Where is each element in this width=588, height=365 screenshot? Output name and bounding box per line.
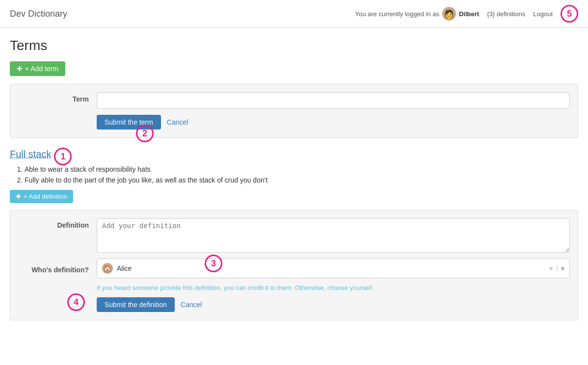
definitions-list: Able to wear a stack of responsibility h… <box>25 165 578 184</box>
definition-info-text: If you heard someone provide this defini… <box>97 284 570 291</box>
term-input[interactable] <box>97 92 570 109</box>
term-form-actions: Submit the term Cancel 2 <box>97 115 570 130</box>
logged-in-text: You are currently logged in as <box>355 10 439 18</box>
submit-definition-button[interactable]: Submit the definition <box>97 297 175 312</box>
annotation-5: 5 <box>561 5 578 23</box>
selected-user-label: Alice <box>117 264 132 272</box>
list-item: Fully able to do the part of the job you… <box>25 176 578 184</box>
add-definition-label: + Add definition <box>24 193 67 200</box>
plus-icon: ✚ <box>17 65 23 73</box>
term-title[interactable]: Full stack <box>10 149 51 160</box>
definitions-link[interactable]: {3} definitions <box>487 10 525 18</box>
term-section: Full stack 1 Able to wear a stack of res… <box>10 148 578 184</box>
whos-definition-select[interactable]: 🏠 Alice × | ▾ <box>97 259 570 278</box>
definition-form-panel: Definition Who's definition? 🏠 Alice × |… <box>10 210 578 320</box>
list-item: Able to wear a stack of responsibility h… <box>25 165 578 173</box>
definition-form-actions: Submit the definition Cancel 4 <box>97 297 570 312</box>
chevron-down-icon[interactable]: ▾ <box>561 264 564 272</box>
logout-link[interactable]: Logout <box>533 10 553 18</box>
main-content: Terms ✚ + Add term Term Submit the term … <box>0 28 588 340</box>
header-right: You are currently logged in as 🧑 Dilbert… <box>355 5 578 23</box>
submit-term-button[interactable]: Submit the term <box>97 115 161 130</box>
plus-icon-def: ✚ <box>16 193 21 200</box>
logged-in-section: You are currently logged in as 🧑 Dilbert <box>355 7 479 21</box>
header: Dev Dictionary You are currently logged … <box>0 0 588 28</box>
add-term-label: + Add term <box>25 65 58 73</box>
add-definition-button[interactable]: ✚ + Add definition <box>10 190 73 203</box>
term-label: Term <box>18 92 97 103</box>
whos-definition-row: Who's definition? 🏠 Alice × | ▾ 3 <box>18 259 570 278</box>
select-inner: 🏠 Alice <box>102 263 132 274</box>
definition-row: Definition <box>18 218 570 253</box>
clear-icon[interactable]: × <box>549 264 553 272</box>
cancel-term-button[interactable]: Cancel <box>167 118 188 126</box>
definition-label: Definition <box>18 218 97 229</box>
term-form-row: Term <box>18 92 570 109</box>
annotation-4: 4 <box>67 293 85 311</box>
definition-textarea[interactable] <box>97 218 570 253</box>
annotation-1: 1 <box>54 148 72 165</box>
user-avatar: 🧑 <box>442 7 456 21</box>
username-label: Dilbert <box>459 10 479 18</box>
term-form-panel: Term Submit the term Cancel 2 <box>10 84 578 138</box>
select-controls: × | ▾ <box>549 264 564 273</box>
alice-avatar: 🏠 <box>102 263 113 274</box>
select-separator: | <box>556 264 558 273</box>
add-term-button[interactable]: ✚ + Add term <box>10 61 65 76</box>
whos-definition-label: Who's definition? <box>18 263 97 274</box>
app-title: Dev Dictionary <box>10 9 67 19</box>
page-title: Terms <box>10 38 578 53</box>
cancel-definition-button[interactable]: Cancel <box>181 301 202 309</box>
